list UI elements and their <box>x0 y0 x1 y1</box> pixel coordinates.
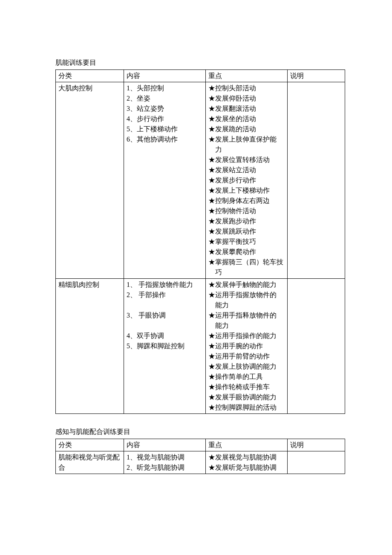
note-cell <box>288 82 345 279</box>
note-cell <box>288 451 345 474</box>
header-cell: 说明 <box>288 439 345 451</box>
header-cell: 分类 <box>56 70 124 82</box>
content-cell: 1、视觉与肌能协调 2、听觉与肌能协调 <box>124 451 206 474</box>
table-row: 精细肌肉控制 1、 手指握放物件能力 2、 手部操作 3、 手眼协调 4、双手协… <box>56 279 345 414</box>
header-cell: 说明 <box>288 70 345 82</box>
section1-table: 分类 内容 重点 说明 大肌肉控制 1、头部控制 2、坐姿 3、站立姿势 4、步… <box>55 69 345 414</box>
table-row: 大肌肉控制 1、头部控制 2、坐姿 3、站立姿势 4、步行动作 5、上下楼梯动作… <box>56 82 345 279</box>
focus-cell: ★控制头部活动 ★发展仰卧活动 ★发展翻滚活动 ★发展坐的活动 ★发展跪的活动 … <box>206 82 288 279</box>
focus-cell: ★发展伸手触物的能力 ★运用手指握放物件的 能力 ★运用手指释放物件的 能力 ★… <box>206 279 288 414</box>
table-header-row: 分类 内容 重点 说明 <box>56 70 345 82</box>
document-page: 肌能训练要目 分类 内容 重点 说明 大肌肉控制 1、头部控制 2、坐姿 3、站… <box>0 0 392 474</box>
note-cell <box>288 279 345 414</box>
section2-table: 分类 内容 重点 说明 肌能和视觉与听觉配合 1、视觉与肌能协调 2、听觉与肌能… <box>55 439 345 474</box>
section1-title: 肌能训练要目 <box>55 58 345 68</box>
section2-title: 感知与肌能配合训练要目 <box>55 427 345 437</box>
header-cell: 重点 <box>206 439 288 451</box>
header-cell: 内容 <box>124 439 206 451</box>
category-cell: 大肌肉控制 <box>56 82 124 279</box>
table-row: 肌能和视觉与听觉配合 1、视觉与肌能协调 2、听觉与肌能协调 ★发展视觉与肌能协… <box>56 451 345 474</box>
category-cell: 肌能和视觉与听觉配合 <box>56 451 124 474</box>
header-cell: 内容 <box>124 70 206 82</box>
header-cell: 重点 <box>206 70 288 82</box>
content-cell: 1、头部控制 2、坐姿 3、站立姿势 4、步行动作 5、上下楼梯动作 6、其他协… <box>124 82 206 279</box>
table-header-row: 分类 内容 重点 说明 <box>56 439 345 451</box>
focus-cell: ★发展视觉与肌能协调 ★发展听觉与肌能协调 <box>206 451 288 474</box>
category-cell: 精细肌肉控制 <box>56 279 124 414</box>
header-cell: 分类 <box>56 439 124 451</box>
content-cell: 1、 手指握放物件能力 2、 手部操作 3、 手眼协调 4、双手协调 5、脚踝和… <box>124 279 206 414</box>
